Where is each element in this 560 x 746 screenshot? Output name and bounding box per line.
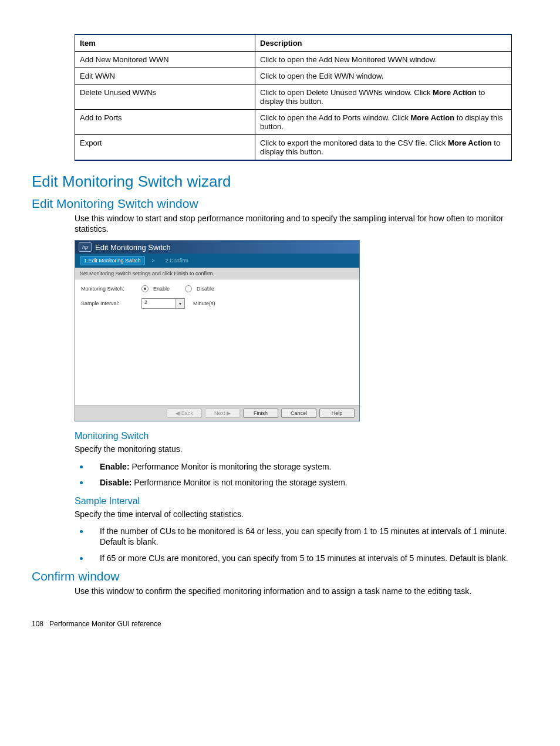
page-footer: 108 Performance Monitor GUI reference: [32, 620, 512, 628]
sample-interval-value: 2: [142, 299, 176, 308]
heading-confirm-window: Confirm window: [32, 569, 512, 583]
wizard-instruction: Set Monitoring Switch settings and click…: [75, 268, 359, 279]
table-row: Add to Ports Click to open the Add to Po…: [75, 110, 512, 135]
wizard-title-text: Edit Monitoring Switch: [95, 243, 171, 252]
wizard-dialog: hp Edit Monitoring Switch 1.Edit Monitor…: [75, 240, 360, 421]
table-header-item: Item: [75, 35, 255, 52]
radio-disable-label: Disable: [197, 286, 214, 292]
radio-enable-label: Enable: [153, 286, 170, 292]
heading-wizard: Edit Monitoring Switch wizard: [32, 173, 512, 191]
heading-sample-interval: Sample Interval: [75, 496, 512, 507]
dropdown-arrow-icon: ▼: [176, 299, 184, 308]
hp-logo-icon: hp: [79, 242, 92, 252]
page-number: 108: [32, 620, 43, 628]
table-row: Export Click to export the monitored dat…: [75, 135, 512, 161]
sample-interval-desc: Specify the time interval of collecting …: [75, 509, 512, 519]
table-row: Delete Unused WWNs Click to open Delete …: [75, 85, 512, 110]
list-item: If 65 or more CUs are monitored, you can…: [89, 552, 512, 563]
next-button[interactable]: Next ▶: [205, 409, 240, 418]
footer-section: Performance Monitor GUI reference: [49, 620, 161, 628]
wizard-step-1[interactable]: 1.Edit Monitoring Switch: [80, 256, 145, 265]
sample-interval-list: If the number of CUs to be monitored is …: [89, 525, 512, 563]
table-header-desc: Description: [255, 35, 512, 52]
wizard-step-sep: >: [149, 256, 158, 265]
label-monitoring-switch: Monitoring Switch:: [81, 286, 137, 292]
monitoring-switch-list: Enable: Performance Monitor is monitorin…: [89, 461, 512, 488]
heading-monitoring-switch: Monitoring Switch: [75, 431, 512, 441]
help-button[interactable]: Help: [319, 409, 355, 418]
reference-table: Item Description Add New Monitored WWN C…: [75, 34, 512, 161]
monitoring-switch-desc: Specify the monitoring status.: [75, 444, 512, 454]
confirm-window-desc: Use this window to confirm the specified…: [75, 586, 512, 596]
wizard-breadcrumb: 1.Edit Monitoring Switch > 2.Confirm: [75, 254, 359, 268]
label-sample-interval: Sample Interval:: [81, 301, 137, 306]
sample-interval-unit: Minute(s): [193, 301, 215, 306]
finish-button[interactable]: Finish: [243, 409, 278, 418]
list-item: If the number of CUs to be monitored is …: [89, 525, 512, 547]
heading-edit-window: Edit Monitoring Switch window: [32, 197, 512, 211]
list-item: Enable: Performance Monitor is monitorin…: [89, 461, 512, 472]
edit-window-desc: Use this window to start and stop perfor…: [75, 213, 512, 234]
radio-disable[interactable]: [185, 285, 192, 292]
wizard-button-bar: ◀ Back Next ▶ Finish Cancel Help: [75, 405, 359, 421]
wizard-step-2[interactable]: 2.Confirm: [162, 256, 192, 265]
radio-enable[interactable]: [141, 285, 149, 292]
back-button[interactable]: ◀ Back: [167, 409, 202, 418]
wizard-titlebar: hp Edit Monitoring Switch: [75, 241, 359, 254]
cancel-button[interactable]: Cancel: [281, 409, 316, 418]
list-item: Disable: Performance Monitor is not moni…: [89, 477, 512, 488]
table-row: Add New Monitored WWN Click to open the …: [75, 52, 512, 68]
sample-interval-select[interactable]: 2 ▼: [141, 298, 185, 309]
table-row: Edit WWN Click to open the Edit WWN wind…: [75, 68, 512, 85]
